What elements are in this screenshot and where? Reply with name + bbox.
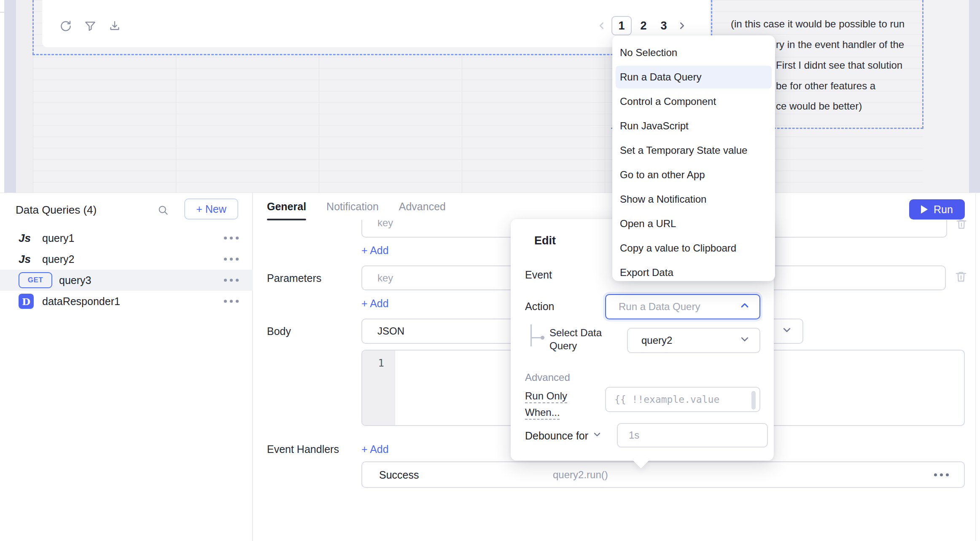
query-name: dataResponder1 — [42, 295, 120, 308]
add-parameter-link[interactable]: + Add — [361, 297, 389, 310]
menu-item-no-selection[interactable]: No Selection — [616, 41, 772, 64]
query-list: Jsquery1Jsquery2GETquery3DdataResponder1 — [0, 228, 253, 312]
queries-panel-title: Data Queries (4) — [16, 204, 97, 217]
query-name: query3 — [59, 274, 91, 287]
query-row-dataResponder1[interactable]: DdataResponder1 — [0, 291, 253, 312]
advanced-section-label: Advanced — [525, 372, 570, 383]
query-name: query1 — [42, 232, 74, 244]
input-scrollbar-thumb — [751, 391, 756, 410]
filter-icon[interactable] — [83, 19, 97, 33]
popover-title: Edit — [534, 234, 556, 247]
more-options-icon[interactable] — [224, 237, 239, 240]
table-footer-toolbar — [59, 19, 121, 33]
parameters-placeholder: key — [377, 272, 393, 284]
editor-line-number: 1 — [362, 357, 384, 369]
action-menu: No SelectionRun a Data QueryControl a Co… — [612, 35, 775, 281]
menu-item-run-a-data-query[interactable]: Run a Data Query — [616, 66, 772, 88]
javascript-icon: Js — [19, 232, 42, 245]
body-label: Body — [267, 325, 291, 337]
action-select-value: Run a Data Query — [619, 301, 700, 313]
more-options-icon[interactable] — [934, 473, 949, 476]
debounce-label[interactable]: Debounce for — [525, 429, 603, 442]
canvas-right-area — [923, 0, 969, 193]
event-label: Event — [525, 269, 552, 281]
menu-item-open-a-url[interactable]: Open a URL — [616, 212, 772, 235]
debounce-input[interactable]: 1s — [617, 423, 768, 447]
table-selection-border-bottom — [32, 54, 712, 55]
editor-gutter: 1 — [362, 351, 395, 425]
editor-tabs: GeneralNotificationAdvanced — [267, 201, 446, 220]
text-widget-line: ce would be better) — [776, 100, 862, 112]
text-widget-line: be for other features a — [776, 80, 875, 92]
query-row-query3[interactable]: GETquery3 — [0, 270, 253, 291]
add-key-link[interactable]: + Add — [361, 244, 389, 257]
debounce-label-text: Debounce for — [525, 430, 588, 442]
trash-icon-clipped[interactable] — [954, 220, 971, 233]
panel-scrollbar-track[interactable] — [975, 193, 976, 541]
menu-item-set-a-temporary-state-value[interactable]: Set a Temporary State value — [616, 139, 772, 162]
text-selection-border-right — [922, 0, 923, 129]
page-button-1[interactable]: 1 — [611, 16, 632, 35]
add-event-handler-link[interactable]: + Add — [361, 443, 389, 455]
more-options-icon[interactable] — [224, 279, 239, 282]
new-query-button[interactable]: + New — [184, 198, 238, 220]
canvas-right-margin — [969, 0, 980, 193]
javascript-icon: Js — [19, 253, 42, 266]
menu-item-control-a-component[interactable]: Control a Component — [616, 90, 772, 113]
page-button-2[interactable]: 2 — [635, 16, 652, 35]
canvas-grid-columns — [33, 54, 711, 193]
select-data-query-label: Select Data Query — [549, 326, 621, 352]
query-name: query2 — [42, 253, 74, 265]
pagination-pages: 123 — [611, 16, 672, 35]
tab-notification[interactable]: Notification — [326, 201, 379, 220]
menu-item-copy-a-value-to-clipboard[interactable]: Copy a value to Clipboard — [616, 237, 772, 260]
handler-event-name: Success — [379, 469, 419, 481]
menu-item-run-javascript[interactable]: Run JavaScript — [616, 115, 772, 137]
key-input-placeholder: key — [377, 220, 393, 229]
body-type-value: JSON — [377, 325, 404, 337]
run-only-when-label: Run Only When... — [525, 388, 584, 420]
left-edge-divider — [0, 12, 4, 13]
left-edge — [0, 0, 4, 193]
data-query-value: query2 — [641, 335, 672, 346]
run-only-when-input[interactable]: {{ !!example.value — [605, 387, 760, 412]
search-icon[interactable] — [157, 204, 170, 218]
query-row-query2[interactable]: Jsquery2 — [0, 249, 253, 270]
more-options-icon[interactable] — [224, 258, 239, 261]
chevron-up-icon — [738, 299, 751, 314]
query-panel: Data Queries (4) + New Jsquery1Jsquery2G… — [0, 193, 980, 541]
parameters-label: Parameters — [267, 272, 321, 284]
play-icon — [921, 205, 928, 214]
chevron-right-icon[interactable] — [676, 19, 688, 32]
app-canvas: 123 (in this case it would be possible t… — [0, 0, 980, 193]
menu-item-go-to-an-other-app[interactable]: Go to an other App — [616, 163, 772, 186]
handler-action-summary: query2.run() — [553, 469, 608, 481]
tab-advanced[interactable]: Advanced — [399, 201, 446, 220]
action-select[interactable]: Run a Data Query — [605, 294, 760, 319]
table-pagination: 123 — [595, 15, 688, 36]
query-row-query1[interactable]: Jsquery1 — [0, 228, 253, 249]
chevron-left-icon[interactable] — [595, 19, 608, 32]
chevron-down-icon — [738, 333, 751, 348]
branch-icon — [530, 324, 545, 346]
menu-item-show-a-notification[interactable]: Show a Notification — [616, 188, 772, 211]
run-only-when-placeholder: {{ !!example.value — [614, 394, 719, 405]
text-widget-line: (in this case it would be possible to ru… — [731, 18, 905, 30]
data-query-select[interactable]: query2 — [627, 328, 760, 353]
page-button-3[interactable]: 3 — [655, 16, 672, 35]
tab-general[interactable]: General — [267, 201, 306, 220]
refresh-icon[interactable] — [59, 19, 73, 33]
event-handlers-label: Event Handlers — [267, 443, 339, 455]
get-method-badge: GET — [19, 272, 52, 288]
menu-item-export-data[interactable]: Export Data — [616, 261, 772, 284]
canvas-gutter — [16, 0, 33, 193]
event-handler-row[interactable]: Success query2.run() — [361, 461, 965, 488]
chevron-down-icon — [781, 324, 793, 339]
run-query-button[interactable]: Run — [909, 199, 965, 220]
more-options-icon[interactable] — [224, 300, 239, 303]
trash-icon[interactable] — [953, 269, 969, 287]
text-widget-line: First I didnt see that solution — [776, 59, 902, 71]
download-icon[interactable] — [108, 19, 121, 33]
datasource-icon: D — [19, 294, 34, 309]
run-button-label: Run — [934, 204, 953, 216]
